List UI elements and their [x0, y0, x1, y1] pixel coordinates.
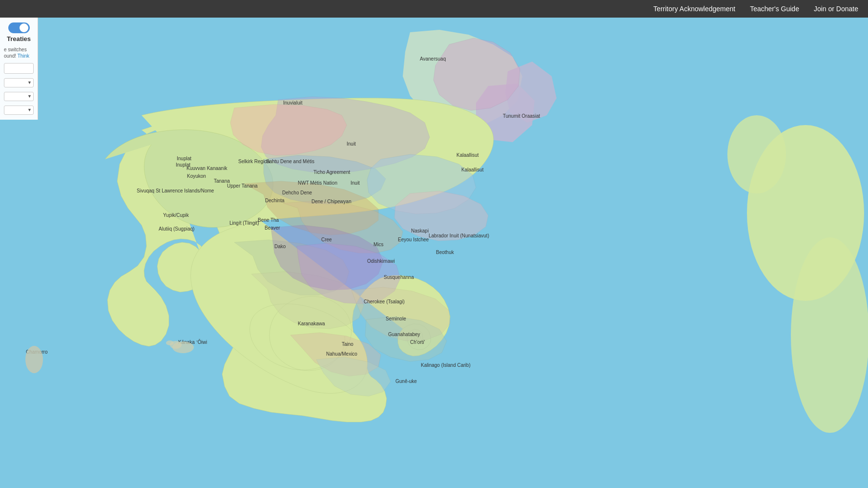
svg-point-2 [791, 237, 868, 433]
toggle-row: Treaties [4, 22, 34, 42]
dropdown-2[interactable] [4, 92, 34, 101]
dropdown-1[interactable] [4, 78, 34, 87]
dropdown-3-wrapper: ▼ [4, 105, 34, 115]
map-svg: Avanersuaq Tunumit Oraasiat Kalaallisut … [0, 18, 868, 488]
svg-point-53 [166, 340, 174, 345]
map-container[interactable]: Avanersuaq Tunumit Oraasiat Kalaallisut … [0, 18, 868, 488]
teachers-guide-link[interactable]: Teacher's Guide [750, 5, 799, 13]
svg-point-50 [25, 346, 43, 373]
think-link[interactable]: Think [18, 53, 29, 59]
territory-acknowledgement-link[interactable]: Territory Acknowledgement [653, 5, 735, 13]
dropdown-3[interactable] [4, 106, 34, 115]
treaties-toggle[interactable] [8, 22, 30, 33]
svg-point-3 [727, 115, 786, 193]
sidebar-info: e switches ound! Think [4, 46, 34, 59]
search-input[interactable] [4, 63, 34, 74]
sidebar: Treaties e switches ound! Think ▼ ▼ ▼ [0, 18, 38, 120]
toggle-label: Treaties [7, 35, 31, 42]
join-or-donate-link[interactable]: Join or Donate [814, 5, 858, 13]
dropdown-1-wrapper: ▼ [4, 78, 34, 87]
dropdown-2-wrapper: ▼ [4, 91, 34, 101]
navbar: Territory Acknowledgement Teacher's Guid… [0, 0, 868, 18]
